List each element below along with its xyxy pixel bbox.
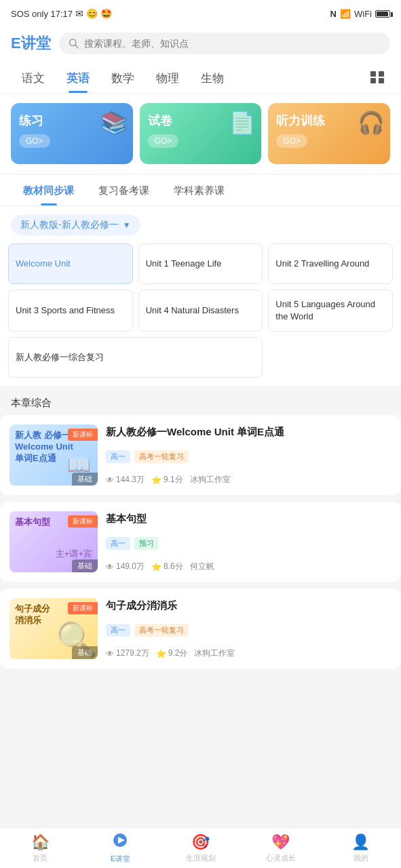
course-card-3[interactable]: 句子成分 消消乐 新课标 基础 🔍 句子成分消消乐 高一 高考一轮复习 👁 12… — [0, 589, 401, 669]
status-bar: SOS only 17:17 ✉ 😊 🤩 N 📶 WiFi — [0, 0, 401, 27]
course-card-2[interactable]: 基本句型 新课标 基础 主+谓+宾 基本句型 高一 预习 👁 149.0万 ⭐ … — [0, 502, 401, 582]
tag-type-1: 高考一轮复习 — [134, 450, 189, 463]
banner-lianxi-btn[interactable]: GO> — [19, 134, 50, 148]
shijuan-icon: 📄 — [229, 110, 256, 136]
nav-career-label: 生涯规划 — [186, 853, 216, 863]
eye-icon-3: 👁 — [106, 649, 114, 658]
thumb-new-badge-2: 新课标 — [68, 515, 98, 528]
app-logo: E讲堂 — [11, 33, 51, 54]
textbook-label: 新人教版-新人教必修一 — [20, 219, 119, 231]
textbook-selector: 新人教版-新人教必修一 ▼ — [0, 207, 401, 243]
tab-xueke[interactable]: 学科素养课 — [161, 178, 237, 205]
play-icon — [113, 833, 128, 852]
section-title: 本章综合 — [0, 386, 401, 415]
unit-cell-1[interactable]: Unit 1 Teenage Life — [138, 243, 263, 284]
signal-icon: 📶 — [340, 9, 351, 19]
thumb-label-2: 基本句型 — [15, 517, 50, 528]
banner-tingli[interactable]: 听力训练 GO> 🎧 — [268, 103, 390, 164]
search-icon — [69, 38, 79, 49]
course-thumb-3: 句子成分 消消乐 新课标 基础 🔍 — [9, 598, 98, 659]
star-icon-2: ⭐ — [151, 562, 161, 572]
svg-rect-3 — [379, 71, 384, 77]
unit-cell-3[interactable]: Unit 3 Sports and Fitness — [8, 290, 133, 332]
tag-grade-2: 高一 — [106, 537, 130, 550]
thumb-label-3: 句子成分 消消乐 — [15, 604, 50, 627]
course-tags-2: 高一 预习 — [106, 537, 392, 550]
unit-cell-review[interactable]: 新人教必修一综合复习 — [8, 337, 263, 378]
rating-2: ⭐ 8.6分 — [151, 561, 183, 572]
thumb-label-1: 新人教 必修一 Welcome Unit 单词E点通 — [15, 430, 73, 465]
thumb-new-badge-3: 新课标 — [68, 602, 98, 614]
textbook-dropdown[interactable]: 新人教版-新人教必修一 ▼ — [11, 215, 140, 235]
tab-wuli[interactable]: 物理 — [145, 65, 190, 93]
unit-cell-2[interactable]: Unit 2 Travelling Around — [268, 243, 393, 284]
banner-lianxi[interactable]: 练习 GO> 📚 — [11, 103, 133, 164]
course-meta-1: 👁 144.3万 ⭐ 9.1分 冰狗工作室 — [106, 474, 392, 486]
author-2: 何立帆 — [190, 561, 214, 572]
nav-career[interactable]: 🎯 生涯规划 — [160, 828, 240, 868]
status-right: N 📶 WiFi — [330, 9, 390, 19]
unit-cell-4[interactable]: Unit 4 Natural Disasters — [138, 290, 263, 332]
header: E讲堂 — [0, 27, 401, 62]
search-input[interactable] — [84, 38, 381, 49]
views-count-1: 144.3万 — [116, 474, 145, 486]
tab-shuxue[interactable]: 数学 — [100, 65, 145, 93]
rating-value-2: 8.6分 — [164, 561, 183, 572]
course-info-1: 新人教必修一Welcome Unit 单词E点通 高一 高考一轮复习 👁 144… — [98, 425, 392, 486]
banner-shijuan-btn[interactable]: GO> — [148, 134, 179, 148]
course-thumb-2: 基本句型 新课标 基础 主+谓+宾 — [9, 511, 98, 572]
lianxi-icon: 📚 — [100, 110, 128, 136]
course-card-1[interactable]: 新人教 必修一 Welcome Unit 单词E点通 新课标 基础 📖 新人教必… — [0, 415, 401, 495]
course-title-3: 句子成分消消乐 — [106, 598, 392, 612]
figure-icon: 🔍 — [56, 620, 98, 659]
thumb-level-2: 基础 — [72, 559, 98, 572]
rating-value-3: 9.2分 — [168, 648, 188, 659]
views-1: 👁 144.3万 — [106, 474, 145, 486]
banner-section: 练习 GO> 📚 试卷 GO> 📄 听力训练 GO> 🎧 — [0, 94, 401, 174]
tag-grade-1: 高一 — [106, 450, 130, 463]
star-icon-3: ⭐ — [156, 649, 166, 658]
banner-lianxi-title: 练习 — [19, 113, 43, 129]
views-count-2: 149.0万 — [116, 561, 145, 572]
unit-grid: Welcome Unit Unit 1 Teenage Life Unit 2 … — [0, 243, 401, 386]
tab-yuwen[interactable]: 语文 — [11, 65, 56, 93]
rating-value-1: 9.1分 — [164, 474, 183, 486]
star-icon-1: ⭐ — [151, 475, 161, 485]
mental-icon: 💖 — [271, 833, 290, 851]
status-left: SOS only 17:17 ✉ 😊 🤩 — [11, 8, 112, 19]
status-text: SOS only 17:17 — [11, 9, 73, 19]
views-count-3: 1279.2万 — [116, 648, 149, 659]
nav-ejiangtang-label: E讲堂 — [111, 854, 130, 864]
unit-cell-5[interactable]: Unit 5 Languages Around the World — [268, 290, 393, 332]
emoji-icon2: 🤩 — [100, 8, 112, 19]
svg-rect-5 — [379, 78, 384, 83]
nav-home-label: 首页 — [33, 853, 47, 863]
pattern-text: 主+谓+宾 — [56, 548, 92, 560]
tab-yingyu[interactable]: 英语 — [56, 65, 100, 93]
email-icon: ✉ — [75, 8, 83, 19]
course-thumb-1: 新人教 必修一 Welcome Unit 单词E点通 新课标 基础 📖 — [9, 425, 98, 486]
unit-cell-welcome[interactable]: Welcome Unit — [8, 243, 133, 284]
nav-home[interactable]: 🏠 首页 — [0, 828, 80, 868]
nav-mine[interactable]: 👤 我的 — [321, 828, 401, 868]
search-bar[interactable] — [59, 33, 390, 54]
nav-ejiangtang[interactable]: E讲堂 — [80, 828, 160, 868]
author-1: 冰狗工作室 — [190, 474, 231, 486]
course-tabs: 教材同步课 复习备考课 学科素养课 — [0, 175, 401, 205]
nfc-icon: N — [330, 9, 337, 19]
course-tags-1: 高一 高考一轮复习 — [106, 450, 392, 463]
svg-line-1 — [75, 45, 78, 47]
course-title-2: 基本句型 — [106, 511, 392, 526]
tab-fuxi[interactable]: 复习备考课 — [86, 178, 161, 205]
course-info-2: 基本句型 高一 预习 👁 149.0万 ⭐ 8.6分 何立帆 — [98, 511, 392, 572]
nav-mental-label: 心灵成长 — [266, 853, 296, 863]
tab-jiaocai[interactable]: 教材同步课 — [11, 178, 86, 205]
battery-icon — [375, 10, 390, 18]
course-info-3: 句子成分消消乐 高一 高考一轮复习 👁 1279.2万 ⭐ 9.2分 冰狗工作室 — [98, 598, 392, 659]
tab-shengwu[interactable]: 生物 — [190, 65, 235, 93]
nav-mental[interactable]: 💖 心灵成长 — [241, 828, 321, 868]
banner-shijuan[interactable]: 试卷 GO> 📄 — [140, 103, 262, 164]
more-subjects-button[interactable] — [364, 68, 390, 91]
banner-tingli-btn[interactable]: GO> — [276, 134, 307, 148]
rating-3: ⭐ 9.2分 — [156, 648, 188, 659]
